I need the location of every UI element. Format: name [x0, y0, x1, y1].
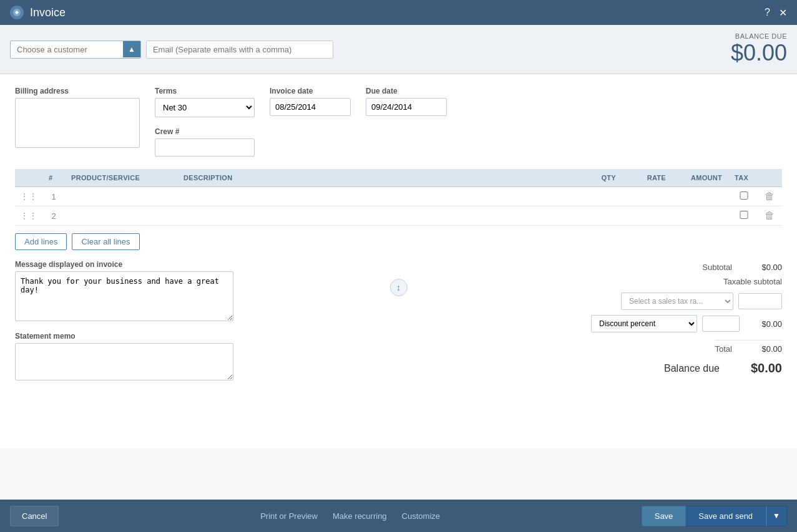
total-label: Total	[715, 344, 732, 354]
tax-select[interactable]: Select a sales tax ra...	[621, 293, 733, 310]
col-num-header: #	[42, 169, 65, 187]
header-actions: ? ✕	[765, 7, 787, 19]
delete-row-button[interactable]: 🗑	[765, 191, 775, 202]
rate-cell[interactable]	[622, 187, 672, 206]
table-row: ⋮⋮ 2 🗑	[15, 206, 782, 226]
delete-row-button[interactable]: 🗑	[765, 210, 775, 221]
tax-cell[interactable]	[728, 187, 760, 206]
total-row: Total $0.00	[715, 340, 782, 357]
tax-checkbox[interactable]	[733, 211, 755, 219]
app-logo	[10, 6, 24, 19]
due-date-group: Due date	[366, 87, 447, 157]
balance-due-summary-value: $0.00	[732, 361, 782, 375]
qty-cell[interactable]	[579, 206, 622, 226]
statement-memo-label: Statement memo	[15, 332, 375, 341]
bottom-section: Message displayed on invoice Statement m…	[15, 260, 782, 382]
terms-label: Terms	[155, 87, 255, 95]
product-input[interactable]	[70, 192, 172, 201]
invoice-date-input[interactable]	[270, 98, 351, 116]
balance-due-amount: $0.00	[731, 40, 787, 66]
product-input[interactable]	[70, 211, 172, 221]
terms-group: Terms Net 30	[155, 87, 255, 117]
description-cell[interactable]	[177, 187, 579, 206]
discount-input[interactable]	[702, 316, 740, 332]
balance-due-section: BALANCE DUE $0.00	[731, 32, 787, 66]
billing-address-input[interactable]	[15, 98, 140, 148]
balance-due-label: BALANCE DUE	[731, 32, 787, 40]
col-tax-header: TAX	[728, 169, 760, 187]
tax-checkbox[interactable]	[733, 191, 755, 200]
form-fields-row: Billing address Terms Net 30 Crew # Invo…	[15, 87, 782, 157]
tax-cell[interactable]	[728, 206, 760, 226]
balance-due-row: Balance due $0.00	[664, 357, 782, 379]
discount-wrapper: Discount percent Discount value	[591, 315, 697, 332]
rate-input[interactable]	[627, 211, 667, 221]
app-header: Invoice ? ✕	[0, 0, 797, 25]
subtotal-row: Subtotal $0.00	[702, 260, 782, 274]
billing-address-label: Billing address	[15, 87, 140, 95]
header-left: Invoice	[10, 6, 66, 19]
due-date-input[interactable]	[366, 98, 447, 116]
drag-handle[interactable]: ⋮⋮	[20, 191, 37, 201]
discount-value: $0.00	[745, 319, 782, 329]
row-number: 1	[42, 187, 65, 206]
terms-select[interactable]: Net 30	[155, 98, 255, 117]
clear-all-lines-button[interactable]: Clear all lines	[72, 233, 139, 250]
swap-icon[interactable]: ↕	[390, 279, 408, 296]
col-del-header	[760, 169, 782, 187]
product-cell[interactable]	[65, 187, 177, 206]
statement-memo-textarea[interactable]	[15, 343, 233, 380]
customer-bar: ▲ BALANCE DUE $0.00	[0, 25, 797, 74]
customer-dropdown-btn[interactable]: ▲	[123, 41, 140, 57]
total-value: $0.00	[745, 344, 782, 354]
delete-cell: 🗑	[760, 206, 782, 226]
invoice-date-group: Invoice date	[270, 87, 351, 157]
add-lines-button[interactable]: Add lines	[15, 233, 67, 250]
table-actions: Add lines Clear all lines	[15, 233, 782, 250]
discount-select[interactable]: Discount percent Discount value	[591, 315, 697, 332]
subtotal-value: $0.00	[745, 263, 782, 272]
summary-section: Subtotal $0.00 Taxable subtotal Select a…	[423, 260, 783, 379]
description-input[interactable]	[182, 192, 574, 201]
description-input[interactable]	[182, 211, 574, 221]
close-icon[interactable]: ✕	[779, 7, 787, 19]
table-header: # PRODUCT/SERVICE DESCRIPTION QTY RATE A…	[15, 169, 782, 187]
crew-label: Crew #	[155, 127, 255, 136]
amount-input[interactable]	[677, 192, 723, 201]
message-textarea[interactable]	[15, 271, 233, 321]
description-cell[interactable]	[177, 206, 579, 226]
crew-group: Crew #	[155, 127, 255, 157]
table-row: ⋮⋮ 1 🗑	[15, 187, 782, 206]
amount-cell[interactable]	[672, 206, 728, 226]
tax-amount-input[interactable]	[738, 293, 782, 309]
drag-handle[interactable]: ⋮⋮	[20, 211, 37, 221]
delete-cell: 🗑	[760, 187, 782, 206]
qty-input[interactable]	[584, 192, 617, 201]
main-content: Billing address Terms Net 30 Crew # Invo…	[0, 74, 797, 448]
tax-select-wrapper: Select a sales tax ra...	[621, 293, 733, 310]
balance-due-summary-label: Balance due	[664, 363, 720, 374]
invoice-date-label: Invoice date	[270, 87, 351, 95]
due-date-label: Due date	[366, 87, 447, 95]
rate-cell[interactable]	[622, 206, 672, 226]
subtotal-label: Subtotal	[702, 263, 732, 272]
crew-input[interactable]	[155, 138, 255, 157]
col-product-header: PRODUCT/SERVICE	[65, 169, 177, 187]
row-number: 2	[42, 206, 65, 226]
col-rate-header: RATE	[622, 169, 672, 187]
help-icon[interactable]: ?	[765, 7, 770, 18]
qty-input[interactable]	[584, 211, 617, 221]
customer-input[interactable]	[11, 41, 123, 58]
qty-cell[interactable]	[579, 187, 622, 206]
message-label: Message displayed on invoice	[15, 260, 375, 269]
product-cell[interactable]	[65, 206, 177, 226]
drag-handle-cell: ⋮⋮	[15, 206, 42, 226]
amount-cell[interactable]	[672, 187, 728, 206]
taxable-subtotal-label: Taxable subtotal	[723, 277, 782, 286]
table-body: ⋮⋮ 1 🗑	[15, 187, 782, 226]
col-qty-header: QTY	[579, 169, 622, 187]
col-desc-header: DESCRIPTION	[177, 169, 579, 187]
email-input[interactable]	[146, 41, 333, 59]
amount-input[interactable]	[677, 211, 723, 221]
rate-input[interactable]	[627, 192, 667, 201]
